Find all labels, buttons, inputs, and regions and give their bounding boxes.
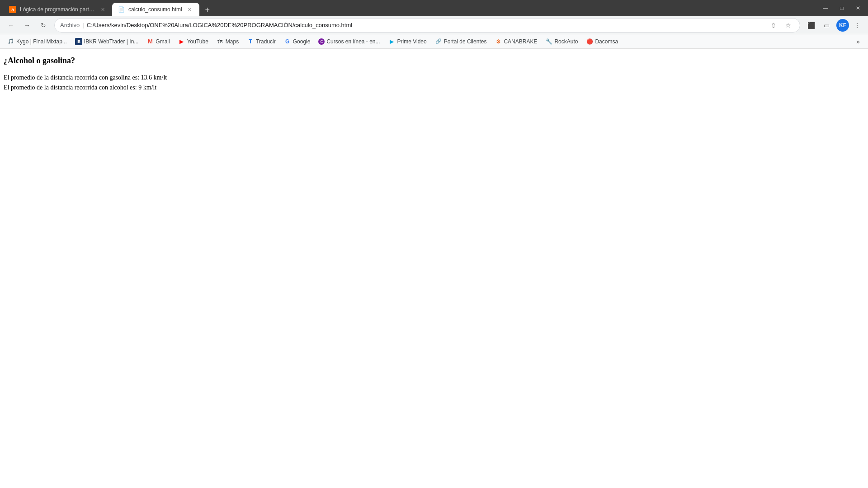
bookmark-prime[interactable]: ▶ Prime Video bbox=[385, 37, 430, 47]
extensions-button[interactable]: ⬛ bbox=[804, 18, 818, 33]
page-line-1: El promedio de la distancia recorrida co… bbox=[4, 73, 864, 83]
page-content: ¿Alcohol o gasolina? El promedio de la d… bbox=[0, 49, 868, 488]
tab-2[interactable]: 📄 calculo_consumo.html ✕ bbox=[112, 3, 199, 16]
tab-bar: a Lógica de programación parte 1: ✕ 📄 ca… bbox=[4, 0, 816, 16]
maximize-button[interactable]: □ bbox=[835, 2, 848, 14]
more-menu-button[interactable]: ⋮ bbox=[850, 18, 864, 33]
back-button[interactable]: ← bbox=[4, 18, 18, 33]
tab-1-close[interactable]: ✕ bbox=[99, 5, 107, 14]
tab-1-favicon: a bbox=[9, 6, 16, 13]
bookmark-youtube-icon: ▶ bbox=[178, 38, 185, 45]
bookmark-gmail-icon: M bbox=[146, 38, 154, 45]
bookmark-maps[interactable]: 🗺 Maps bbox=[213, 37, 242, 47]
address-protocol: Archivo bbox=[60, 22, 80, 28]
bookmark-cursos[interactable]: C Cursos en línea - en... bbox=[315, 37, 383, 46]
address-bar[interactable]: Archivo | C:/Users/kevin/Desktop/ONE%20A… bbox=[54, 18, 800, 33]
minimize-button[interactable]: — bbox=[819, 2, 832, 14]
tab-1-title: Lógica de programación parte 1: bbox=[20, 6, 95, 13]
bookmark-cursos-icon: C bbox=[318, 38, 325, 45]
nav-bar: ← → ↻ Archivo | C:/Users/kevin/Desktop/O… bbox=[0, 16, 868, 34]
bookmark-prime-icon: ▶ bbox=[388, 38, 396, 45]
bookmark-kygo-icon: 🎵 bbox=[7, 38, 14, 45]
bookmarks-bar: 🎵 Kygo | Final Mixtap... IB IBKR WebTrad… bbox=[0, 34, 868, 49]
bookmark-rockauto-icon: 🔧 bbox=[545, 38, 552, 45]
title-bar: a Lógica de programación parte 1: ✕ 📄 ca… bbox=[0, 0, 868, 16]
bookmark-portal[interactable]: 🔗 Portal de Clientes bbox=[431, 37, 491, 47]
tab-2-favicon: 📄 bbox=[118, 6, 125, 13]
tab-2-title: calculo_consumo.html bbox=[128, 6, 182, 13]
bookmark-portal-icon: 🔗 bbox=[435, 38, 442, 45]
browser-window: a Lógica de programación parte 1: ✕ 📄 ca… bbox=[0, 0, 868, 488]
forward-button[interactable]: → bbox=[20, 18, 34, 33]
nav-right: ⬛ ▭ KF ⋮ bbox=[804, 18, 864, 33]
tab-2-close[interactable]: ✕ bbox=[186, 5, 194, 14]
close-button[interactable]: ✕ bbox=[852, 2, 864, 14]
page-line-2: El promedio de la distancia recorrida co… bbox=[4, 83, 864, 93]
bookmark-rockauto[interactable]: 🔧 RockAuto bbox=[542, 37, 581, 47]
bookmarks-more-button[interactable]: » bbox=[852, 35, 864, 48]
bookmark-maps-icon: 🗺 bbox=[217, 38, 224, 45]
bookmark-youtube[interactable]: ▶ YouTube bbox=[175, 37, 212, 47]
address-icons: ⇧ ☆ bbox=[767, 19, 794, 32]
bookmark-traducir[interactable]: T Traducir bbox=[243, 37, 279, 47]
bookmark-canabrake-icon: ⚙ bbox=[495, 38, 502, 45]
page-heading: ¿Alcohol o gasolina? bbox=[4, 56, 864, 66]
bookmark-ibkr[interactable]: IB IBKR WebTrader | In... bbox=[71, 37, 142, 47]
reload-button[interactable]: ↻ bbox=[36, 18, 51, 33]
bookmark-google[interactable]: G Google bbox=[280, 37, 314, 47]
bookmark-dacomsa-icon: 🔴 bbox=[586, 38, 593, 45]
bookmark-kygo[interactable]: 🎵 Kygo | Final Mixtap... bbox=[4, 37, 71, 47]
bookmark-traducir-icon: T bbox=[247, 38, 254, 45]
address-url: C:/Users/kevin/Desktop/ONE%20Alura/LOGIC… bbox=[87, 22, 764, 28]
bookmark-ibkr-icon: IB bbox=[75, 38, 82, 45]
profile-button[interactable]: KF bbox=[836, 19, 849, 32]
bookmark-dacomsa[interactable]: 🔴 Dacomsa bbox=[582, 37, 622, 47]
bookmark-star-icon[interactable]: ☆ bbox=[782, 19, 794, 32]
sidebar-button[interactable]: ▭ bbox=[819, 18, 834, 33]
window-controls: — □ ✕ bbox=[819, 2, 864, 14]
share-icon[interactable]: ⇧ bbox=[767, 19, 780, 32]
tab-1[interactable]: a Lógica de programación parte 1: ✕ bbox=[4, 3, 112, 16]
bookmark-gmail[interactable]: M Gmail bbox=[143, 37, 173, 47]
address-separator: | bbox=[82, 22, 84, 28]
bookmark-google-icon: G bbox=[284, 38, 291, 45]
new-tab-button[interactable]: + bbox=[201, 4, 214, 16]
bookmark-canabrake[interactable]: ⚙ CANABRAKE bbox=[491, 37, 541, 47]
